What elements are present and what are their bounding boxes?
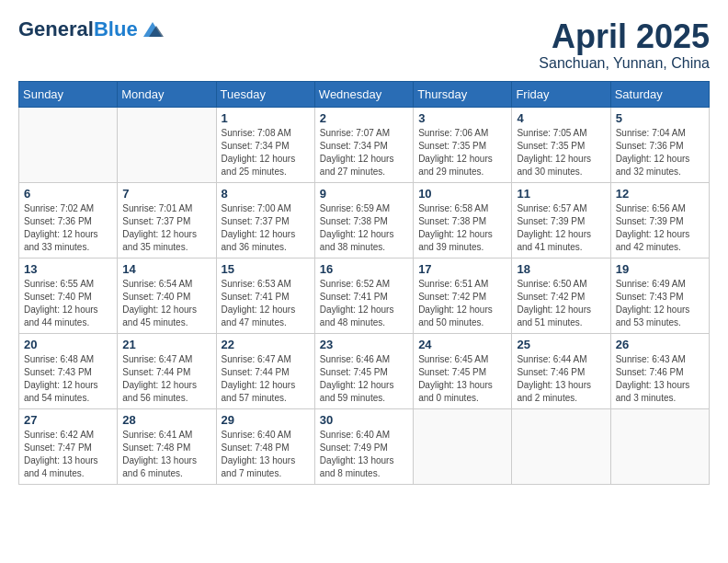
calendar-cell: 20Sunrise: 6:48 AM Sunset: 7:43 PM Dayli… [19, 333, 118, 408]
day-number: 4 [517, 111, 605, 125]
day-number: 2 [320, 111, 408, 125]
calendar-cell: 1Sunrise: 7:08 AM Sunset: 7:34 PM Daylig… [216, 107, 314, 182]
day-info: Sunrise: 6:43 AM Sunset: 7:46 PM Dayligh… [616, 353, 704, 405]
calendar-cell: 16Sunrise: 6:52 AM Sunset: 7:41 PM Dayli… [314, 258, 413, 333]
calendar-cell: 19Sunrise: 6:49 AM Sunset: 7:43 PM Dayli… [610, 258, 709, 333]
calendar-cell: 23Sunrise: 6:46 AM Sunset: 7:45 PM Dayli… [314, 333, 413, 408]
calendar-title: April 2025 [539, 18, 710, 55]
calendar-cell: 17Sunrise: 6:51 AM Sunset: 7:42 PM Dayli… [414, 258, 512, 333]
day-number: 13 [24, 262, 112, 276]
day-number: 7 [122, 187, 210, 201]
calendar-cell: 4Sunrise: 7:05 AM Sunset: 7:35 PM Daylig… [512, 107, 610, 182]
day-info: Sunrise: 7:06 AM Sunset: 7:35 PM Dayligh… [418, 127, 506, 178]
day-number: 6 [24, 187, 112, 201]
calendar-cell: 24Sunrise: 6:45 AM Sunset: 7:45 PM Dayli… [414, 333, 512, 408]
day-number: 17 [418, 262, 506, 276]
calendar-location: Sanchuan, Yunnan, China [539, 55, 710, 72]
day-info: Sunrise: 6:55 AM Sunset: 7:40 PM Dayligh… [24, 278, 112, 329]
day-info: Sunrise: 6:53 AM Sunset: 7:41 PM Dayligh… [222, 278, 310, 329]
calendar-cell [610, 408, 709, 484]
logo-text: GeneralBlue [18, 18, 138, 40]
day-number: 27 [24, 413, 112, 427]
calendar-cell: 10Sunrise: 6:58 AM Sunset: 7:38 PM Dayli… [414, 182, 512, 258]
day-info: Sunrise: 7:01 AM Sunset: 7:37 PM Dayligh… [122, 202, 210, 254]
calendar-cell: 11Sunrise: 6:57 AM Sunset: 7:39 PM Dayli… [512, 182, 610, 258]
calendar-cell: 22Sunrise: 6:47 AM Sunset: 7:44 PM Dayli… [216, 333, 314, 408]
day-number: 30 [320, 413, 408, 427]
day-info: Sunrise: 6:49 AM Sunset: 7:43 PM Dayligh… [616, 278, 704, 329]
calendar-cell [512, 408, 610, 484]
day-info: Sunrise: 6:45 AM Sunset: 7:45 PM Dayligh… [418, 353, 506, 405]
calendar-cell: 25Sunrise: 6:44 AM Sunset: 7:46 PM Dayli… [512, 333, 610, 408]
day-number: 22 [222, 338, 310, 351]
day-number: 14 [122, 262, 210, 276]
weekday-monday: Monday [118, 81, 216, 107]
day-number: 16 [320, 262, 408, 276]
day-number: 25 [517, 338, 605, 351]
calendar-cell [19, 107, 118, 182]
calendar-cell: 12Sunrise: 6:56 AM Sunset: 7:39 PM Dayli… [610, 182, 709, 258]
calendar-week-3: 13Sunrise: 6:55 AM Sunset: 7:40 PM Dayli… [19, 258, 710, 333]
day-info: Sunrise: 6:42 AM Sunset: 7:47 PM Dayligh… [24, 429, 112, 480]
day-info: Sunrise: 6:57 AM Sunset: 7:39 PM Dayligh… [517, 202, 605, 254]
day-info: Sunrise: 6:54 AM Sunset: 7:40 PM Dayligh… [122, 278, 210, 329]
calendar-cell: 14Sunrise: 6:54 AM Sunset: 7:40 PM Dayli… [118, 258, 216, 333]
day-info: Sunrise: 6:47 AM Sunset: 7:44 PM Dayligh… [122, 353, 210, 405]
day-number: 9 [320, 187, 408, 201]
day-number: 11 [517, 187, 605, 201]
calendar-cell: 28Sunrise: 6:41 AM Sunset: 7:48 PM Dayli… [118, 408, 216, 484]
logo-icon [140, 20, 165, 39]
day-number: 19 [616, 262, 704, 276]
day-info: Sunrise: 6:47 AM Sunset: 7:44 PM Dayligh… [222, 353, 310, 405]
calendar-cell: 30Sunrise: 6:40 AM Sunset: 7:49 PM Dayli… [314, 408, 413, 484]
weekday-saturday: Saturday [610, 81, 709, 107]
day-number: 24 [418, 338, 506, 351]
day-info: Sunrise: 6:40 AM Sunset: 7:49 PM Dayligh… [320, 429, 408, 480]
day-info: Sunrise: 6:59 AM Sunset: 7:38 PM Dayligh… [320, 202, 408, 254]
page-header: GeneralBlue April 2025 Sanchuan, Yunnan,… [18, 18, 710, 72]
day-info: Sunrise: 6:44 AM Sunset: 7:46 PM Dayligh… [517, 353, 605, 405]
weekday-thursday: Thursday [414, 81, 512, 107]
day-info: Sunrise: 6:40 AM Sunset: 7:48 PM Dayligh… [222, 429, 310, 480]
day-info: Sunrise: 7:02 AM Sunset: 7:36 PM Dayligh… [24, 202, 112, 254]
day-number: 26 [616, 338, 704, 351]
day-info: Sunrise: 6:58 AM Sunset: 7:38 PM Dayligh… [418, 202, 506, 254]
calendar-table: SundayMondayTuesdayWednesdayThursdayFrid… [18, 81, 710, 485]
calendar-cell: 29Sunrise: 6:40 AM Sunset: 7:48 PM Dayli… [216, 408, 314, 484]
title-block: April 2025 Sanchuan, Yunnan, China [539, 18, 710, 72]
weekday-sunday: Sunday [19, 81, 118, 107]
calendar-cell: 15Sunrise: 6:53 AM Sunset: 7:41 PM Dayli… [216, 258, 314, 333]
day-number: 8 [222, 187, 310, 201]
calendar-cell [118, 107, 216, 182]
day-number: 20 [24, 338, 112, 351]
weekday-wednesday: Wednesday [314, 81, 413, 107]
day-info: Sunrise: 7:08 AM Sunset: 7:34 PM Dayligh… [222, 127, 310, 178]
logo: GeneralBlue [18, 18, 165, 40]
calendar-cell: 3Sunrise: 7:06 AM Sunset: 7:35 PM Daylig… [414, 107, 512, 182]
weekday-header-row: SundayMondayTuesdayWednesdayThursdayFrid… [19, 81, 710, 107]
weekday-friday: Friday [512, 81, 610, 107]
calendar-week-5: 27Sunrise: 6:42 AM Sunset: 7:47 PM Dayli… [19, 408, 710, 484]
day-number: 3 [418, 111, 506, 125]
calendar-cell: 5Sunrise: 7:04 AM Sunset: 7:36 PM Daylig… [610, 107, 709, 182]
day-number: 23 [320, 338, 408, 351]
day-number: 29 [222, 413, 310, 427]
day-number: 5 [616, 111, 704, 125]
day-info: Sunrise: 7:00 AM Sunset: 7:37 PM Dayligh… [222, 202, 310, 254]
calendar-cell: 8Sunrise: 7:00 AM Sunset: 7:37 PM Daylig… [216, 182, 314, 258]
day-info: Sunrise: 7:05 AM Sunset: 7:35 PM Dayligh… [517, 127, 605, 178]
day-info: Sunrise: 6:51 AM Sunset: 7:42 PM Dayligh… [418, 278, 506, 329]
day-info: Sunrise: 7:04 AM Sunset: 7:36 PM Dayligh… [616, 127, 704, 178]
day-number: 21 [122, 338, 210, 351]
day-info: Sunrise: 6:41 AM Sunset: 7:48 PM Dayligh… [122, 429, 210, 480]
day-info: Sunrise: 6:48 AM Sunset: 7:43 PM Dayligh… [24, 353, 112, 405]
calendar-cell [414, 408, 512, 484]
calendar-cell: 7Sunrise: 7:01 AM Sunset: 7:37 PM Daylig… [118, 182, 216, 258]
day-info: Sunrise: 6:52 AM Sunset: 7:41 PM Dayligh… [320, 278, 408, 329]
day-info: Sunrise: 6:46 AM Sunset: 7:45 PM Dayligh… [320, 353, 408, 405]
calendar-cell: 18Sunrise: 6:50 AM Sunset: 7:42 PM Dayli… [512, 258, 610, 333]
calendar-cell: 2Sunrise: 7:07 AM Sunset: 7:34 PM Daylig… [314, 107, 413, 182]
day-number: 10 [418, 187, 506, 201]
day-info: Sunrise: 6:50 AM Sunset: 7:42 PM Dayligh… [517, 278, 605, 329]
day-info: Sunrise: 7:07 AM Sunset: 7:34 PM Dayligh… [320, 127, 408, 178]
